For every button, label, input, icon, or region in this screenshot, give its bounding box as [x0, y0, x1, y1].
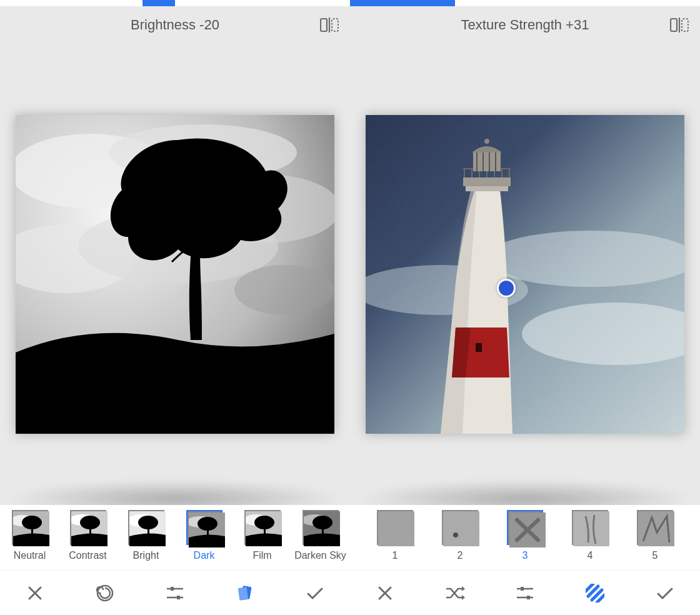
adjustment-label: Brightness -20	[10, 17, 340, 33]
check-icon	[306, 586, 324, 601]
svg-rect-74	[509, 512, 546, 548]
right-pane: Texture Strength +31	[350, 0, 700, 615]
svg-rect-84	[521, 587, 524, 591]
tune-button[interactable]	[161, 579, 189, 608]
preset-thumb	[244, 510, 281, 545]
slider-fill	[350, 0, 455, 6]
left-pane: Brightness -20	[0, 0, 350, 615]
tune-button[interactable]	[511, 579, 539, 608]
header: Brightness -20	[0, 6, 350, 44]
control-point[interactable]	[497, 279, 516, 298]
image-canvas[interactable]	[0, 44, 350, 505]
close-icon	[26, 584, 44, 602]
action-bar	[350, 570, 700, 615]
slider-track[interactable]	[350, 0, 700, 6]
action-bar	[0, 570, 350, 615]
texture-thumb	[572, 510, 608, 545]
preset-label: Neutral	[14, 550, 46, 561]
preset-label: Film	[252, 550, 271, 561]
texture-4[interactable]: 4	[564, 510, 616, 561]
svg-rect-0	[321, 19, 327, 31]
image-canvas[interactable]	[350, 44, 700, 505]
texture-strip: 1 2 3 4 5	[350, 505, 700, 570]
texture-label: 3	[522, 550, 528, 561]
texture-2[interactable]: 2	[434, 510, 486, 561]
svg-rect-72	[443, 511, 479, 546]
edited-image	[366, 115, 684, 434]
shuffle-icon	[445, 585, 465, 601]
svg-rect-86	[527, 596, 530, 599]
texture-button[interactable]	[581, 579, 609, 608]
texture-thumb	[377, 510, 413, 545]
preset-strip: Neutral Contrast	[0, 505, 350, 570]
header: Texture Strength +31	[350, 6, 700, 44]
texture-5[interactable]: 5	[629, 510, 681, 561]
shuffle-button[interactable]	[441, 579, 469, 608]
preset-thumb	[12, 510, 48, 545]
preset-thumb	[186, 510, 222, 545]
tune-icon	[516, 585, 534, 601]
close-icon	[376, 584, 394, 602]
svg-rect-17	[89, 526, 91, 538]
slider-track[interactable]	[0, 0, 350, 6]
preset-darken-sky[interactable]: Darken Sky	[293, 510, 348, 561]
cards-icon	[236, 584, 254, 602]
svg-rect-13	[31, 526, 33, 538]
texture-label: 5	[652, 550, 658, 561]
texture-label: 2	[458, 550, 463, 561]
adjustment-label: Texture Strength +31	[360, 17, 690, 33]
spiral-icon	[96, 584, 114, 602]
svg-rect-69	[378, 511, 414, 546]
preset-dark[interactable]: Dark	[177, 510, 231, 561]
svg-rect-2	[332, 19, 338, 31]
preset-contrast[interactable]: Contrast	[61, 510, 115, 561]
preset-bright[interactable]: Bright	[119, 510, 173, 561]
preset-neutral[interactable]: Neutral	[2, 510, 57, 561]
svg-rect-33	[322, 526, 324, 538]
preset-thumb	[70, 510, 106, 545]
texture-thumb	[637, 510, 673, 545]
check-icon	[656, 586, 674, 601]
texture-3[interactable]: 3	[499, 510, 551, 561]
svg-point-67	[484, 139, 489, 144]
canvas-shadow	[356, 480, 694, 505]
tune-icon	[166, 585, 184, 601]
svg-line-89	[586, 584, 593, 591]
hatch-icon	[586, 584, 604, 602]
svg-rect-38	[171, 587, 174, 591]
preset-label: Dark	[194, 550, 215, 561]
close-button[interactable]	[21, 579, 49, 608]
svg-rect-40	[177, 596, 180, 599]
preset-label: Darken Sky	[294, 550, 346, 561]
preset-film[interactable]: Film	[235, 510, 289, 561]
preset-thumb	[128, 510, 164, 545]
svg-point-9	[234, 265, 334, 315]
svg-rect-76	[573, 511, 609, 546]
svg-rect-78	[638, 511, 674, 546]
apply-button[interactable]	[301, 579, 329, 608]
slider-fill	[142, 0, 175, 6]
texture-thumb	[507, 510, 543, 545]
texture-1[interactable]: 1	[369, 510, 421, 561]
svg-marker-82	[462, 595, 465, 600]
svg-marker-81	[462, 586, 465, 591]
styles-button[interactable]	[231, 579, 259, 608]
svg-rect-53	[463, 178, 511, 186]
svg-rect-45	[682, 19, 688, 31]
preset-label: Bright	[133, 550, 159, 561]
compare-before-after-icon[interactable]	[320, 18, 339, 32]
preset-label: Contrast	[69, 550, 106, 561]
texture-thumb	[442, 510, 478, 545]
edited-image	[16, 115, 334, 434]
svg-rect-43	[671, 19, 677, 31]
svg-rect-51	[476, 343, 482, 352]
apply-button[interactable]	[651, 579, 679, 608]
svg-line-90	[597, 595, 604, 602]
close-button[interactable]	[371, 579, 399, 608]
svg-rect-21	[148, 526, 149, 538]
texture-label: 1	[392, 550, 398, 561]
canvas-shadow	[6, 480, 344, 505]
svg-rect-42	[238, 587, 249, 601]
compare-before-after-icon[interactable]	[670, 18, 689, 32]
effect-button[interactable]	[91, 579, 119, 608]
